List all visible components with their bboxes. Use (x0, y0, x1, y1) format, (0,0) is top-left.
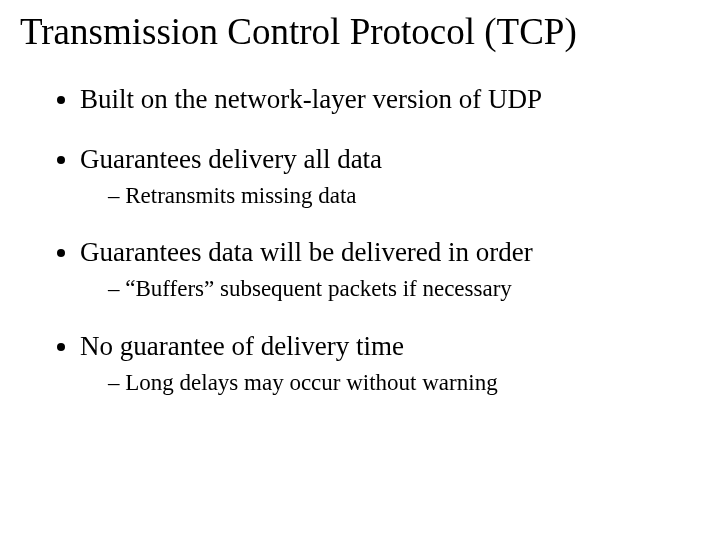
list-item: No guarantee of delivery time Long delay… (80, 330, 700, 398)
list-item: Guarantees data will be delivered in ord… (80, 236, 700, 304)
bullet-text: Guarantees delivery all data (80, 144, 382, 174)
sub-bullet-text: “Buffers” subsequent packets if necessar… (125, 276, 512, 301)
sub-list-item: Long delays may occur without warning (108, 368, 700, 398)
sub-list: “Buffers” subsequent packets if necessar… (80, 274, 700, 304)
sub-list: Retransmits missing data (80, 181, 700, 211)
bullet-text: No guarantee of delivery time (80, 331, 404, 361)
bullet-text: Guarantees data will be delivered in ord… (80, 237, 533, 267)
sub-bullet-text: Long delays may occur without warning (125, 370, 497, 395)
sub-list-item: Retransmits missing data (108, 181, 700, 211)
list-item: Guarantees delivery all data Retransmits… (80, 143, 700, 211)
sub-bullet-text: Retransmits missing data (125, 183, 356, 208)
bullet-text: Built on the network-layer version of UD… (80, 84, 542, 114)
sub-list: Long delays may occur without warning (80, 368, 700, 398)
page-title: Transmission Control Protocol (TCP) (20, 10, 700, 53)
list-item: Built on the network-layer version of UD… (80, 83, 700, 117)
sub-list-item: “Buffers” subsequent packets if necessar… (108, 274, 700, 304)
slide: Transmission Control Protocol (TCP) Buil… (0, 0, 720, 540)
bullet-list: Built on the network-layer version of UD… (20, 83, 700, 398)
